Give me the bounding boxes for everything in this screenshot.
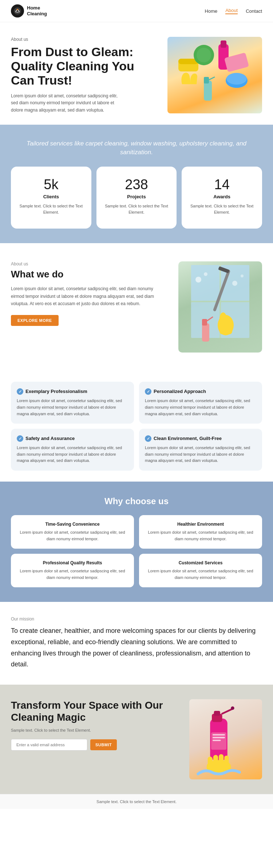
svg-rect-42 xyxy=(224,755,229,764)
svg-point-25 xyxy=(195,277,201,283)
feature-title-1: Personalized Approach xyxy=(154,389,206,395)
cta-section: Transform Your Space with Our Cleaning M… xyxy=(0,685,273,794)
why-card-desc-0: Lorem ipsum dolor sit amet, consetetur s… xyxy=(17,529,128,542)
svg-rect-41 xyxy=(219,754,223,765)
why-card-3: Customized Services Lorem ipsum dolor si… xyxy=(139,554,262,587)
hero-title: From Dust to Gleam: Quality Cleaning You… xyxy=(11,45,160,87)
what-content: About us What we do Lorem ipsum dolor si… xyxy=(11,261,167,353)
stat-number-clients: 5k xyxy=(18,177,84,192)
svg-point-9 xyxy=(226,73,247,85)
footer-sample-text: Sample text. Click to select the Text El… xyxy=(96,799,177,804)
why-card-desc-3: Lorem ipsum dolor sit amet, consetetur s… xyxy=(145,568,256,581)
nav-home[interactable]: Home xyxy=(205,8,218,14)
svg-rect-24 xyxy=(202,319,207,326)
explore-more-button[interactable]: EXPLORE MORE xyxy=(11,315,59,326)
svg-rect-39 xyxy=(208,756,213,765)
why-card-2: Professional Quality Results Lorem ipsum… xyxy=(11,554,134,587)
why-grid: Time-Saving Convenience Lorem ipsum dolo… xyxy=(11,515,262,587)
footer-note: Sample text. Click to select the Text El… xyxy=(0,794,273,809)
svg-point-26 xyxy=(204,272,207,276)
feature-title-2: Safety and Assurance xyxy=(25,436,75,442)
stats-tagline: Tailored services like carpet cleaning, … xyxy=(11,139,262,157)
hero-label: About us xyxy=(11,37,160,42)
hero-illustration xyxy=(167,37,262,113)
svg-rect-12 xyxy=(204,77,209,83)
svg-rect-40 xyxy=(213,755,218,765)
logo-label: Home Cleaning xyxy=(27,5,47,16)
mission-text: To create cleaner, healthier, and more w… xyxy=(11,625,262,670)
why-title: Why choose us xyxy=(11,496,262,506)
svg-point-28 xyxy=(241,275,244,277)
cta-illustration xyxy=(191,699,260,779)
what-section: About us What we do Lorem ipsum dolor si… xyxy=(0,243,273,371)
stat-desc-projects: Sample text. Click to select the Text El… xyxy=(104,203,170,215)
hero-desc: Lorem ipsum dolor sit amet, consetetur s… xyxy=(11,93,120,114)
logo-icon xyxy=(11,4,24,17)
why-card-0: Time-Saving Convenience Lorem ipsum dolo… xyxy=(11,515,134,549)
feature-card-3: Clean Environment, Guilt-Free Lorem ipsu… xyxy=(139,429,262,471)
stats-section: Tailored services like carpet cleaning, … xyxy=(0,125,273,244)
feature-card-2: Safety and Assurance Lorem ipsum dolor s… xyxy=(11,429,134,471)
hero-image xyxy=(167,37,262,113)
submit-button[interactable]: SUBMIT xyxy=(90,739,117,750)
svg-rect-22 xyxy=(219,323,232,334)
feature-title-3: Clean Environment, Guilt-Free xyxy=(154,436,222,442)
why-card-title-0: Time-Saving Convenience xyxy=(17,522,128,527)
cta-image xyxy=(189,699,262,779)
why-card-title-1: Healthier Environment xyxy=(145,522,256,527)
hero-content: About us From Dust to Gleam: Quality Cle… xyxy=(11,37,160,114)
stat-number-awards: 14 xyxy=(189,177,255,192)
svg-point-27 xyxy=(232,281,237,286)
nav-about[interactable]: About xyxy=(225,8,238,14)
feature-check-2 xyxy=(17,435,23,442)
why-card-title-2: Professional Quality Results xyxy=(17,560,128,565)
stat-label-awards: Awards xyxy=(189,194,255,199)
main-nav: Home About Contact xyxy=(205,8,262,14)
what-label: About us xyxy=(11,261,167,266)
what-illustration xyxy=(184,261,257,353)
feature-check-0 xyxy=(17,388,23,395)
cta-form: SUBMIT xyxy=(11,739,182,751)
email-input[interactable] xyxy=(11,739,87,751)
feature-check-3 xyxy=(145,435,151,442)
svg-point-1 xyxy=(17,9,18,10)
svg-rect-31 xyxy=(214,711,220,716)
stat-card-awards: 14 Awards Sample text. Click to select t… xyxy=(182,167,262,229)
svg-rect-36 xyxy=(213,740,221,741)
stat-card-clients: 5k Clients Sample text. Click to select … xyxy=(11,167,91,229)
stat-number-projects: 238 xyxy=(104,177,170,192)
feature-title-0: Exemplary Professionalism xyxy=(25,389,87,395)
why-card-1: Healthier Environment Lorem ipsum dolor … xyxy=(139,515,262,549)
svg-point-7 xyxy=(197,48,211,62)
feature-desc-0: Lorem ipsum dolor sit amet, consetetur s… xyxy=(17,398,128,417)
stat-desc-awards: Sample text. Click to select the Text El… xyxy=(189,203,255,215)
cta-title: Transform Your Space with Our Cleaning M… xyxy=(11,699,182,724)
nav-contact[interactable]: Contact xyxy=(246,8,262,14)
feature-desc-1: Lorem ipsum dolor sit amet, consetetur s… xyxy=(145,398,256,417)
cta-sample-text: Sample text. Click to select the Text El… xyxy=(11,728,182,732)
why-section: Why choose us Time-Saving Convenience Lo… xyxy=(0,482,273,602)
stat-desc-clients: Sample text. Click to select the Text El… xyxy=(18,203,84,215)
mission-label: Our mission xyxy=(11,616,262,622)
svg-rect-35 xyxy=(213,737,225,738)
why-card-title-3: Customized Services xyxy=(145,560,256,565)
svg-point-32 xyxy=(231,707,234,710)
why-card-desc-2: Lorem ipsum dolor sit amet, consetetur s… xyxy=(17,568,128,581)
feature-desc-2: Lorem ipsum dolor sit amet, consetetur s… xyxy=(17,445,128,464)
why-card-desc-1: Lorem ipsum dolor sit amet, consetetur s… xyxy=(145,529,256,542)
hero-section: About us From Dust to Gleam: Quality Cle… xyxy=(0,22,273,125)
feature-desc-3: Lorem ipsum dolor sit amet, consetetur s… xyxy=(145,445,256,464)
features-section: Exemplary Professionalism Lorem ipsum do… xyxy=(0,371,273,482)
what-desc: Lorem ipsum dolor sit amet, consetetur s… xyxy=(11,285,167,307)
stat-label-projects: Projects xyxy=(104,194,170,199)
feature-check-1 xyxy=(145,388,151,395)
svg-point-0 xyxy=(14,7,21,15)
what-title: What we do xyxy=(11,269,167,280)
logo[interactable]: Home Cleaning xyxy=(11,4,47,17)
svg-rect-5 xyxy=(221,40,226,48)
svg-rect-11 xyxy=(204,81,212,101)
what-image xyxy=(178,261,262,353)
stat-card-projects: 238 Projects Sample text. Click to selec… xyxy=(96,167,177,229)
stat-label-clients: Clients xyxy=(18,194,84,199)
feature-card-1: Personalized Approach Lorem ipsum dolor … xyxy=(139,382,262,424)
